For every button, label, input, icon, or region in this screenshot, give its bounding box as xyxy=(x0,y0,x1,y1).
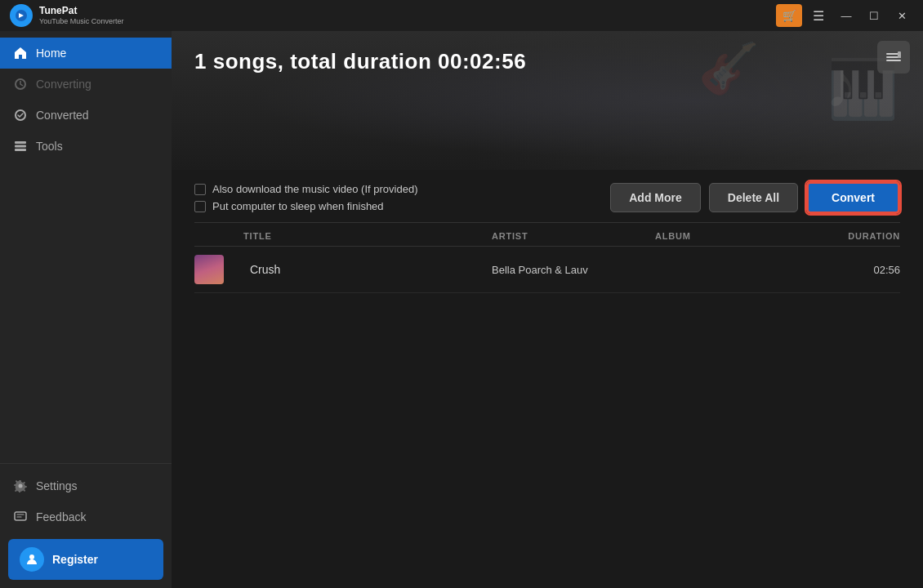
sidebar-converted-label: Converted xyxy=(36,109,89,122)
sidebar-nav: Home Converting Conver xyxy=(0,31,172,463)
maximize-icon: ☐ xyxy=(869,10,879,22)
converted-icon xyxy=(13,108,28,122)
track-duration: 02:56 xyxy=(802,264,900,276)
track-table: TITLE ARTIST ALBUM DURATION Crush Bella … xyxy=(172,223,923,588)
hero-content: 1 songs, total duration 00:02:56 xyxy=(172,31,549,92)
svg-rect-12 xyxy=(898,51,901,58)
content-area: ♪ 🎸 🎹 1 songs, total duration 00:02:56 xyxy=(172,31,923,588)
minimize-icon: — xyxy=(841,10,852,22)
sidebar: Home Converting Conver xyxy=(0,31,172,588)
sidebar-item-converted[interactable]: Converted xyxy=(0,100,172,131)
convert-button[interactable]: Convert xyxy=(806,181,900,214)
menu-button[interactable]: ☰ xyxy=(807,4,830,27)
sidebar-item-tools[interactable]: Tools xyxy=(0,131,172,162)
corner-icon-button[interactable] xyxy=(877,41,910,74)
checkboxes: Also download the music video (If provid… xyxy=(194,183,594,212)
th-duration: DURATION xyxy=(802,231,900,241)
cart-icon: 🛒 xyxy=(783,9,796,22)
converting-icon xyxy=(13,77,28,91)
action-buttons: Add More Delete All Convert xyxy=(610,181,900,214)
track-title: Crush xyxy=(243,263,492,276)
minimize-button[interactable]: — xyxy=(835,4,858,27)
svg-rect-3 xyxy=(15,141,26,144)
options-bar: Also download the music video (If provid… xyxy=(172,170,923,222)
sidebar-item-settings[interactable]: Settings xyxy=(0,470,172,501)
track-thumbnail xyxy=(194,255,224,284)
checkbox-sleep[interactable]: Put computer to sleep when finished xyxy=(194,200,594,212)
register-button[interactable]: Register xyxy=(8,539,163,580)
svg-point-8 xyxy=(29,555,34,559)
tools-icon xyxy=(13,139,28,154)
track-artist: Bella Poarch & Lauv xyxy=(492,264,655,276)
sidebar-bottom: Settings Feedback Regi xyxy=(0,463,172,588)
table-row: Crush Bella Poarch & Lauv 02:56 xyxy=(194,247,900,293)
sidebar-feedback-label: Feedback xyxy=(36,510,86,523)
th-artist: ARTIST xyxy=(492,231,655,241)
close-button[interactable]: ✕ xyxy=(890,4,913,27)
th-empty xyxy=(194,231,243,241)
sidebar-item-home[interactable]: Home xyxy=(0,38,172,69)
app-name: TunePat xyxy=(39,5,123,16)
sidebar-home-label: Home xyxy=(36,47,66,60)
svg-rect-5 xyxy=(15,149,26,151)
hero-title: 1 songs, total duration 00:02:56 xyxy=(194,49,526,74)
th-title: TITLE xyxy=(243,231,492,241)
main-layout: Home Converting Conver xyxy=(0,31,923,588)
checkbox-music-video-box[interactable] xyxy=(194,184,206,195)
delete-all-button[interactable]: Delete All xyxy=(709,183,798,212)
register-avatar xyxy=(20,547,44,572)
close-icon: ✕ xyxy=(898,10,907,22)
app-logo xyxy=(10,4,33,27)
app-subtitle: YouTube Music Converter xyxy=(39,17,123,26)
sidebar-settings-label: Settings xyxy=(36,479,78,492)
hero-banner: ♪ 🎸 🎹 1 songs, total duration 00:02:56 xyxy=(172,31,923,170)
settings-icon xyxy=(13,479,28,493)
feedback-icon xyxy=(13,510,28,524)
cart-button[interactable]: 🛒 xyxy=(776,4,802,27)
track-thumb-inner xyxy=(194,255,224,284)
maximize-button[interactable]: ☐ xyxy=(863,4,885,27)
sidebar-converting-label: Converting xyxy=(36,78,91,91)
svg-rect-11 xyxy=(886,60,901,61)
app-title-block: TunePat YouTube Music Converter xyxy=(39,5,123,25)
home-icon xyxy=(13,46,28,60)
checkbox-music-video[interactable]: Also download the music video (If provid… xyxy=(194,183,594,195)
title-bar-left: TunePat YouTube Music Converter xyxy=(10,4,123,27)
register-label: Register xyxy=(52,553,98,566)
add-more-button[interactable]: Add More xyxy=(610,183,701,212)
checkbox-sleep-label: Put computer to sleep when finished xyxy=(212,200,384,212)
svg-rect-7 xyxy=(15,512,26,520)
th-album: ALBUM xyxy=(655,231,802,241)
menu-icon: ☰ xyxy=(813,8,824,24)
title-bar: TunePat YouTube Music Converter 🛒 ☰ — ☐ … xyxy=(0,0,923,31)
svg-rect-4 xyxy=(15,145,26,148)
checkbox-sleep-box[interactable] xyxy=(194,201,206,212)
table-header: TITLE ARTIST ALBUM DURATION xyxy=(194,223,900,247)
checkbox-music-video-label: Also download the music video (If provid… xyxy=(212,183,417,195)
title-bar-controls: 🛒 ☰ — ☐ ✕ xyxy=(776,4,913,27)
sidebar-item-converting: Converting xyxy=(0,69,172,100)
sidebar-tools-label: Tools xyxy=(36,140,63,153)
sidebar-item-feedback[interactable]: Feedback xyxy=(0,501,172,532)
